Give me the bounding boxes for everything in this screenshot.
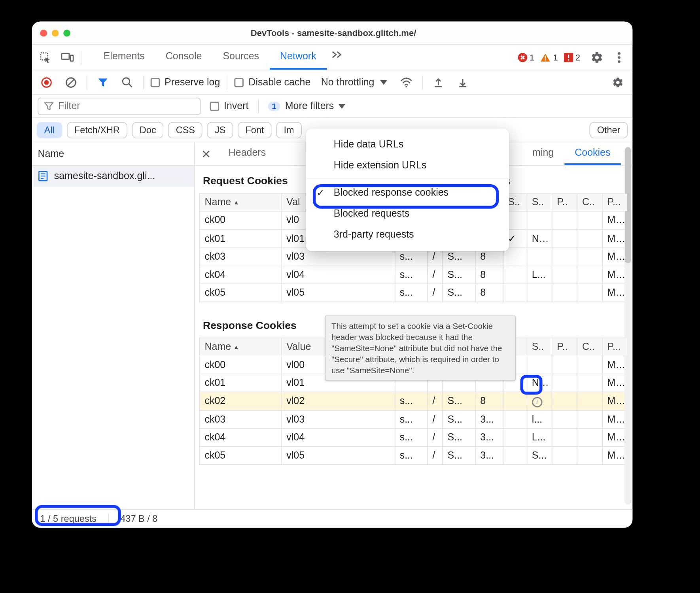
document-icon	[38, 171, 48, 181]
col-s2[interactable]: S..	[527, 193, 552, 212]
requests-list: Name samesite-sandbox.gli...	[32, 142, 195, 509]
detail-tab-headers[interactable]: Headers	[218, 142, 276, 165]
menu-item-hide-data-urls[interactable]: Hide data URLs	[306, 134, 509, 155]
table-row[interactable]: ck05vl05s.../S...8M...	[200, 284, 628, 302]
throttling-value: No throttling	[321, 76, 375, 88]
table-row[interactable]: ck05vl05s.../S...3...S...M...	[200, 446, 628, 465]
chip-css[interactable]: CSS	[168, 122, 203, 138]
statusbar: 1 / 5 requests 437 B / 8	[32, 509, 633, 528]
minimize-window-button[interactable]	[52, 29, 59, 36]
tab-elements[interactable]: Elements	[93, 45, 155, 70]
network-settings-gear-icon[interactable]	[609, 74, 627, 91]
chip-font[interactable]: Font	[238, 122, 271, 138]
network-conditions-icon[interactable]	[397, 74, 415, 91]
status-counters[interactable]: 1 1 2	[518, 52, 580, 62]
settings-gear-icon[interactable]	[588, 49, 606, 66]
inspect-element-icon[interactable]	[37, 49, 54, 66]
more-filters-count: 1	[268, 102, 280, 111]
device-toolbar-icon[interactable]	[59, 49, 76, 66]
issues-count-badge[interactable]: 2	[564, 52, 580, 62]
col-pr[interactable]: P...	[602, 193, 628, 212]
detail-tab-cookies[interactable]: Cookies	[564, 142, 621, 165]
chip-js[interactable]: JS	[207, 122, 233, 138]
svg-rect-4	[545, 55, 546, 58]
disable-cache-label: Disable cache	[248, 76, 310, 88]
throttling-select[interactable]: No throttling	[318, 76, 391, 88]
close-detail-button[interactable]: ✕	[195, 147, 218, 161]
svg-point-18	[405, 85, 407, 87]
svg-line-15	[68, 79, 75, 86]
tab-network[interactable]: Network	[270, 45, 327, 70]
requests-list-header[interactable]: Name	[32, 142, 194, 166]
col-p[interactable]: P..	[552, 338, 577, 356]
more-tabs-icon[interactable]	[327, 45, 348, 70]
svg-rect-7	[568, 54, 569, 58]
table-row[interactable]: ck04vl04s.../S...3...L...M...	[200, 428, 628, 446]
col-p[interactable]: P..	[552, 193, 577, 212]
requests-count: 1 / 5 requests	[37, 512, 100, 525]
table-row[interactable]: ck02vl02s.../S...8iM...	[200, 392, 628, 410]
more-filters-button[interactable]: 1 More filters	[268, 100, 346, 112]
menu-item-3rd-party-requests[interactable]: 3rd-party requests	[306, 224, 509, 245]
network-toolbar: Preserve log Disable cache No throttling	[32, 70, 633, 95]
disable-cache-checkbox[interactable]: Disable cache	[235, 76, 310, 88]
filter-placeholder: Filter	[58, 100, 80, 112]
close-window-button[interactable]	[40, 29, 47, 36]
filter-toggle-icon[interactable]	[94, 74, 112, 91]
titlebar: DevTools - samesite-sandbox.glitch.me/	[32, 21, 633, 45]
chevron-down-icon	[380, 80, 387, 85]
table-row[interactable]: ck03vl03s.../S...3...l...M...	[200, 410, 628, 429]
info-icon-cell: i	[527, 392, 552, 410]
upload-har-icon[interactable]	[429, 74, 447, 91]
svg-point-10	[618, 56, 620, 59]
detail-tab-timing[interactable]: ming	[522, 142, 564, 165]
filter-input[interactable]: Filter	[38, 97, 201, 115]
menu-item-blocked-requests[interactable]: Blocked requests	[306, 204, 509, 225]
col-s2[interactable]: S..	[527, 338, 552, 356]
svg-rect-8	[568, 59, 569, 60]
search-icon[interactable]	[119, 74, 136, 91]
more-filters-menu: Hide data URLs Hide extension URLs ✓ Blo…	[306, 128, 509, 251]
tab-sources[interactable]: Sources	[212, 45, 270, 70]
download-har-icon[interactable]	[454, 74, 471, 91]
col-pr[interactable]: P...	[602, 338, 628, 356]
warning-count-badge[interactable]: 1	[540, 52, 558, 62]
request-row[interactable]: samesite-sandbox.gli...	[32, 166, 194, 187]
cookie-blocked-tooltip: This attempt to set a cookie via a Set-C…	[325, 315, 516, 381]
check-icon: ✓	[316, 187, 325, 199]
more-options-icon[interactable]	[611, 49, 628, 66]
preserve-log-label: Preserve log	[165, 76, 220, 88]
menu-item-hide-extension-urls[interactable]: Hide extension URLs	[306, 155, 509, 179]
record-button[interactable]	[38, 74, 55, 91]
chip-fetch-xhr[interactable]: Fetch/XHR	[67, 122, 127, 138]
info-icon[interactable]: i	[532, 397, 542, 407]
invert-checkbox[interactable]: Invert	[210, 100, 249, 112]
warning-count: 1	[553, 52, 558, 62]
chip-all[interactable]: All	[37, 122, 62, 138]
zoom-window-button[interactable]	[63, 29, 70, 36]
col-c[interactable]: C..	[577, 338, 602, 356]
chip-img[interactable]: Im	[276, 122, 301, 138]
error-count-badge[interactable]: 1	[518, 52, 535, 62]
preserve-log-checkbox[interactable]: Preserve log	[151, 76, 220, 88]
svg-line-17	[129, 84, 132, 87]
request-name: samesite-sandbox.gli...	[54, 170, 155, 182]
svg-point-11	[618, 60, 620, 62]
clear-button[interactable]	[62, 74, 79, 91]
invert-label: Invert	[224, 100, 249, 112]
filter-toolbar: Filter Invert 1 More filters	[32, 95, 633, 118]
svg-point-9	[618, 52, 620, 54]
funnel-icon	[44, 102, 54, 110]
svg-rect-5	[545, 59, 546, 60]
window-title: DevTools - samesite-sandbox.glitch.me/	[70, 28, 596, 38]
col-name[interactable]: Name▲	[200, 338, 282, 356]
table-row[interactable]: ck04vl04s.../S...8L...M...	[200, 266, 628, 284]
transfer-size: 437 B / 8	[117, 512, 161, 525]
chip-other[interactable]: Other	[590, 122, 628, 138]
col-c[interactable]: C..	[577, 193, 602, 212]
menu-item-blocked-response-cookies[interactable]: ✓ Blocked response cookies	[306, 183, 509, 204]
col-name[interactable]: Name▲	[200, 193, 282, 212]
issues-count: 2	[575, 52, 580, 62]
chip-doc[interactable]: Doc	[132, 122, 164, 138]
tab-console[interactable]: Console	[155, 45, 212, 70]
